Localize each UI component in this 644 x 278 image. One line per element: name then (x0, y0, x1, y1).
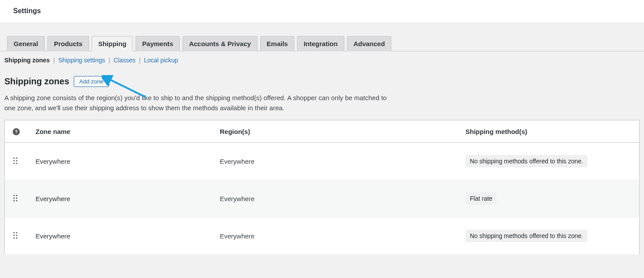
tab-accounts-privacy[interactable]: Accounts & Privacy (182, 36, 258, 51)
svg-point-17 (16, 235, 17, 236)
svg-point-2 (13, 157, 14, 159)
tab-emails[interactable]: Emails (260, 36, 294, 51)
section: Shipping zones Add zone A shipping zone … (0, 66, 644, 259)
subnav: Shipping zones | Shipping settings | Cla… (0, 51, 644, 66)
drag-handle-icon[interactable] (13, 157, 18, 165)
zone-method-none: No shipping methods offered to this zone… (465, 155, 587, 167)
zone-region: Everywhere (220, 232, 254, 240)
tab-integration[interactable]: Integration (297, 36, 344, 51)
zones-table: ? Zone name Region(s) Shipping method(s)… (4, 120, 640, 255)
th-help: ? (5, 120, 28, 143)
section-description: A shipping zone consists of the region(s… (4, 93, 390, 113)
section-header: Shipping zones Add zone (4, 76, 640, 87)
add-zone-button[interactable]: Add zone (74, 76, 109, 87)
zone-method-none: No shipping methods offered to this zone… (465, 230, 587, 242)
page-title: Settings (13, 7, 631, 15)
svg-point-18 (13, 237, 14, 238)
zone-region: Everywhere (220, 195, 254, 202)
table-row: Everywhere Everywhere Flat rate (5, 180, 640, 217)
tab-shipping[interactable]: Shipping (92, 36, 133, 51)
subnav-current: Shipping zones (4, 57, 50, 64)
zone-method-pill[interactable]: Flat rate (465, 192, 497, 205)
table-row: Everywhere Everywhere No shipping method… (5, 217, 640, 255)
table-row: Everywhere Everywhere No shipping method… (5, 143, 640, 180)
drag-handle-icon[interactable] (13, 194, 18, 202)
zone-name-link[interactable]: Everywhere (36, 158, 70, 165)
tab-general[interactable]: General (7, 36, 45, 51)
svg-point-3 (16, 157, 17, 159)
tab-payments[interactable]: Payments (136, 36, 180, 51)
th-zone-name: Zone name (28, 120, 212, 143)
svg-point-7 (16, 162, 17, 164)
svg-point-5 (16, 160, 17, 161)
zone-name-link[interactable]: Everywhere (36, 195, 70, 202)
svg-point-12 (13, 200, 14, 201)
svg-point-6 (13, 162, 14, 164)
tabs-nav: General Products Shipping Payments Accou… (0, 36, 644, 51)
svg-point-13 (16, 200, 17, 201)
th-regions: Region(s) (212, 120, 458, 143)
svg-point-10 (13, 197, 14, 199)
svg-point-9 (16, 195, 17, 196)
page-header: Settings (0, 0, 644, 22)
drag-handle-icon[interactable] (13, 231, 18, 239)
subnav-shipping-settings[interactable]: Shipping settings (58, 57, 105, 64)
svg-point-14 (13, 232, 14, 233)
subnav-classes[interactable]: Classes (114, 57, 136, 64)
svg-point-8 (13, 195, 14, 196)
main: General Products Shipping Payments Accou… (0, 36, 644, 259)
subnav-local-pickup[interactable]: Local pickup (144, 57, 178, 64)
svg-point-15 (16, 232, 17, 233)
section-heading: Shipping zones (4, 76, 69, 87)
zone-name-link[interactable]: Everywhere (36, 232, 70, 240)
zone-region: Everywhere (220, 158, 254, 165)
th-methods: Shipping method(s) (458, 120, 640, 143)
help-icon[interactable]: ? (13, 128, 20, 135)
svg-point-16 (13, 235, 14, 236)
tab-products[interactable]: Products (47, 36, 89, 51)
svg-point-19 (16, 237, 17, 238)
svg-point-11 (16, 197, 17, 199)
tab-advanced[interactable]: Advanced (347, 36, 392, 51)
svg-point-4 (13, 160, 14, 161)
